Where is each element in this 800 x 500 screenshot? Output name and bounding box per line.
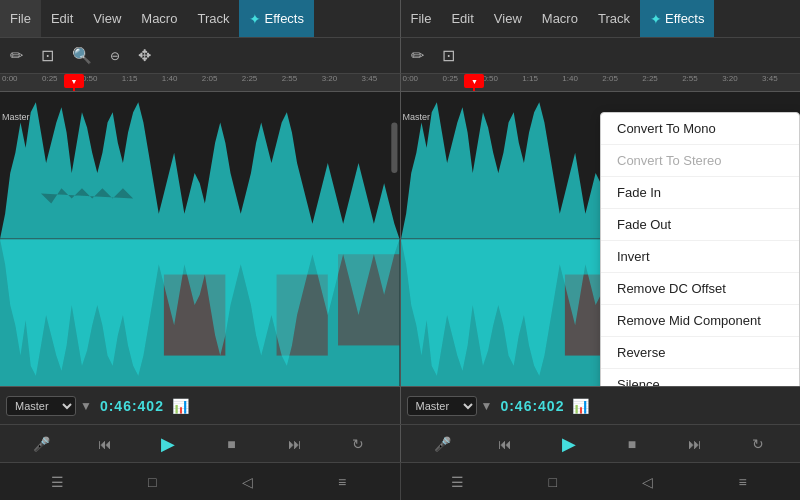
left-skip-fwd-btn[interactable]: ⏭ [281, 430, 309, 458]
left-mic-btn[interactable]: 🎤 [28, 430, 56, 458]
right-toolbar: ✏ ⊡ [401, 38, 801, 74]
right-transport-panel: Master ▼ 0:46:402 📊 [401, 387, 801, 424]
pencil-tool-r[interactable]: ✏ [411, 46, 424, 65]
ruler-mark-r: 3:20 [720, 74, 760, 91]
left-menu-btn[interactable]: ☰ [43, 468, 71, 496]
menu-edit-left[interactable]: Edit [41, 0, 83, 37]
left-waveform-canvas[interactable]: Master [0, 92, 400, 386]
right-loop-btn[interactable]: ↻ [744, 430, 772, 458]
ruler-mark-r: 2:55 [680, 74, 720, 91]
left-track-select[interactable]: Master [6, 396, 76, 416]
bottom-nav: ☰ □ ◁ ≡ ☰ □ ◁ ≡ [0, 462, 800, 500]
menu-effects-right[interactable]: ✦ Effects [640, 0, 715, 37]
playhead-marker-left: ▼ [64, 74, 84, 88]
ruler-mark: 3:20 [320, 74, 360, 91]
left-menu-panel: File Edit View Macro Track ✦ Effects [0, 0, 401, 38]
right-back-btn[interactable]: ◁ [634, 468, 662, 496]
menu-effects-left[interactable]: ✦ Effects [239, 0, 314, 37]
fade-in-item[interactable]: Fade In [601, 177, 799, 209]
zoom-out-tool[interactable]: ⊖ [110, 49, 120, 63]
right-stop-btn[interactable]: ■ [618, 430, 646, 458]
ruler-mark-r: 3:45 [760, 74, 800, 91]
ruler-mark: 0:50 [80, 74, 120, 91]
left-back-btn[interactable]: ◁ [233, 468, 261, 496]
silence-item[interactable]: Silence [601, 369, 799, 386]
convert-to-mono-item[interactable]: Convert To Mono [601, 113, 799, 145]
left-toolbar: ✏ ⊡ 🔍 ⊖ ✥ [0, 38, 401, 74]
left-track-label: Master [2, 112, 30, 122]
left-skip-back-btn[interactable]: ⏮ [91, 430, 119, 458]
ruler-mark-r: 0:50 [480, 74, 520, 91]
right-track-label: Master [403, 112, 431, 122]
pencil-tool[interactable]: ✏ [10, 46, 23, 65]
right-track-select[interactable]: Master [407, 396, 477, 416]
menu-file-left[interactable]: File [0, 0, 41, 37]
select-tool[interactable]: ⊡ [41, 46, 54, 65]
effects-icon-right: ✦ [650, 11, 662, 27]
left-loop-btn[interactable]: ↻ [344, 430, 372, 458]
transport-bar: Master ▼ 0:46:402 📊 Master ▼ 0:46:402 📊 [0, 386, 800, 424]
right-timeline-ruler: 0:00 0:25 0:50 1:15 1:40 2:05 2:25 2:55 … [401, 74, 801, 92]
ruler-mark-r: 1:15 [520, 74, 560, 91]
right-skip-back-btn[interactable]: ⏮ [491, 430, 519, 458]
right-panel-wrapper: 0:00 0:25 0:50 1:15 1:40 2:05 2:25 2:55 … [401, 74, 801, 386]
ruler-mark-r: 2:25 [640, 74, 680, 91]
playback-row: 🎤 ⏮ ▶ ■ ⏭ ↻ 🎤 ⏮ ▶ ■ ⏭ ↻ [0, 424, 800, 462]
left-list-btn[interactable]: ≡ [328, 468, 356, 496]
reverse-item[interactable]: Reverse [601, 337, 799, 369]
remove-dc-offset-item[interactable]: Remove DC Offset [601, 273, 799, 305]
effects-dropdown-menu: Convert To Mono Convert To Stereo Fade I… [600, 112, 800, 386]
waveform-row: 0:00 0:25 0:50 1:15 1:40 2:05 2:25 2:55 … [0, 74, 800, 386]
menu-track-left[interactable]: Track [187, 0, 239, 37]
left-waveform-view-icon[interactable]: 📊 [172, 398, 189, 414]
left-bottom-nav: ☰ □ ◁ ≡ [0, 463, 401, 500]
right-time-display: 0:46:402 [500, 398, 564, 414]
ruler-mark: 1:15 [120, 74, 160, 91]
ruler-mark: 0:00 [0, 74, 40, 91]
right-skip-fwd-btn[interactable]: ⏭ [681, 430, 709, 458]
menu-edit-right[interactable]: Edit [441, 0, 483, 37]
right-playback-panel: 🎤 ⏮ ▶ ■ ⏭ ↻ [401, 425, 801, 462]
ruler-mark: 2:25 [240, 74, 280, 91]
ruler-mark: 3:45 [360, 74, 400, 91]
ruler-mark: 2:05 [200, 74, 240, 91]
fade-out-item[interactable]: Fade Out [601, 209, 799, 241]
left-time-display: 0:46:402 [100, 398, 164, 414]
right-menu-btn[interactable]: ☰ [444, 468, 472, 496]
right-play-btn[interactable]: ▶ [555, 430, 583, 458]
move-tool[interactable]: ✥ [138, 46, 151, 65]
menu-file-right[interactable]: File [401, 0, 442, 37]
convert-to-stereo-item: Convert To Stereo [601, 145, 799, 177]
effects-icon-left: ✦ [249, 11, 261, 27]
zoom-in-tool[interactable]: 🔍 [72, 46, 92, 65]
menu-view-right[interactable]: View [484, 0, 532, 37]
left-timeline-ruler: 0:00 0:25 0:50 1:15 1:40 2:05 2:25 2:55 … [0, 74, 400, 92]
invert-item[interactable]: Invert [601, 241, 799, 273]
left-square-btn[interactable]: □ [138, 468, 166, 496]
toolbar-row: ✏ ⊡ 🔍 ⊖ ✥ ✏ ⊡ [0, 38, 800, 74]
menu-bar: File Edit View Macro Track ✦ Effects Fil… [0, 0, 800, 38]
select-tool-r[interactable]: ⊡ [442, 46, 455, 65]
ruler-mark: 1:40 [160, 74, 200, 91]
ruler-mark-r: 1:40 [560, 74, 600, 91]
right-bottom-nav: ☰ □ ◁ ≡ [401, 463, 801, 500]
left-play-btn[interactable]: ▶ [154, 430, 182, 458]
left-transport-panel: Master ▼ 0:46:402 📊 [0, 387, 401, 424]
menu-view-left[interactable]: View [83, 0, 131, 37]
left-playback-panel: 🎤 ⏮ ▶ ■ ⏭ ↻ [0, 425, 401, 462]
right-track-dropdown-arrow: ▼ [481, 399, 493, 413]
right-waveform-view-icon[interactable]: 📊 [572, 398, 589, 414]
left-track-dropdown-arrow: ▼ [80, 399, 92, 413]
menu-macro-right[interactable]: Macro [532, 0, 588, 37]
left-waveform-panel: 0:00 0:25 0:50 1:15 1:40 2:05 2:25 2:55 … [0, 74, 401, 386]
left-stop-btn[interactable]: ■ [217, 430, 245, 458]
right-square-btn[interactable]: □ [539, 468, 567, 496]
remove-mid-component-item[interactable]: Remove Mid Component [601, 305, 799, 337]
ruler-mark-r: 2:05 [600, 74, 640, 91]
right-list-btn[interactable]: ≡ [729, 468, 757, 496]
ruler-mark: 2:55 [280, 74, 320, 91]
right-menu-panel: File Edit View Macro Track ✦ Effects [401, 0, 801, 38]
menu-track-right[interactable]: Track [588, 0, 640, 37]
right-mic-btn[interactable]: 🎤 [428, 430, 456, 458]
menu-macro-left[interactable]: Macro [131, 0, 187, 37]
